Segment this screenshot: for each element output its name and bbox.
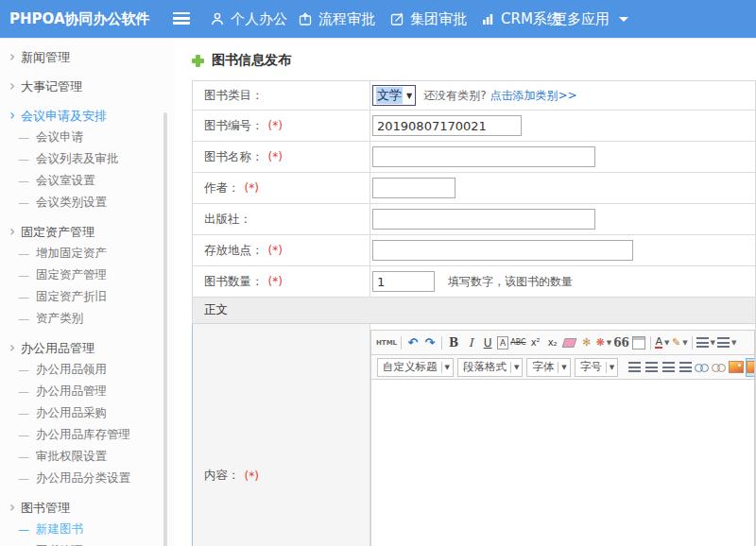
sidebar-scrollbar[interactable] xyxy=(163,112,167,546)
topmenu-more-apps[interactable]: 更多应用 xyxy=(553,0,628,38)
font-border-button[interactable]: A xyxy=(497,336,508,350)
topmenu-crm[interactable]: CRM系统 xyxy=(480,0,561,38)
sidebar-item-supplies-claim[interactable]: 办公用品领用 xyxy=(0,359,175,381)
location-input[interactable] xyxy=(372,240,633,261)
sidebar-item-supplies-category[interactable]: 办公用品分类设置 xyxy=(0,468,175,489)
sidebar-item-label: 办公用品领用 xyxy=(36,362,107,378)
font-color-button[interactable]: A▼ xyxy=(655,334,670,351)
bold-button[interactable]: B xyxy=(446,334,461,351)
required-mark: (*) xyxy=(268,275,283,288)
strikethrough-button[interactable]: ABC xyxy=(510,334,525,351)
quantity-input[interactable] xyxy=(372,271,435,292)
align-right-button[interactable] xyxy=(661,359,676,376)
italic-button[interactable]: I xyxy=(463,334,478,351)
custom-title-select[interactable]: 自定义标题 ▼ xyxy=(377,358,454,377)
sidebar-item-label: 会议类别设置 xyxy=(36,195,107,211)
insert-map-button[interactable] xyxy=(746,358,754,377)
form-row-publisher: 出版社： xyxy=(193,204,755,235)
sidebar-item-asset-manage[interactable]: 固定资产管理 xyxy=(0,264,175,286)
eraser-button[interactable] xyxy=(562,334,577,351)
paste-button[interactable] xyxy=(631,334,646,351)
select-caret-icon: ▼ xyxy=(558,362,569,373)
sidebar-item-book-manage[interactable]: 图书管理 xyxy=(0,540,175,546)
add-category-link[interactable]: 点击添加类别>> xyxy=(490,88,577,104)
align-justify-button[interactable] xyxy=(678,359,693,376)
sidebar-item-label: 办公用品采购 xyxy=(36,405,107,421)
unordered-list-icon xyxy=(717,337,730,348)
topmenu-group-approval[interactable]: 集团审批 xyxy=(389,0,467,38)
insert-link-button[interactable] xyxy=(695,359,710,376)
unordered-list-button[interactable]: ▼ xyxy=(717,334,736,351)
map-image-icon xyxy=(747,361,754,373)
sidebar-item-meeting-category[interactable]: 会议类别设置 xyxy=(0,192,175,213)
align-left-button[interactable] xyxy=(627,359,642,376)
author-input[interactable] xyxy=(372,178,455,198)
remove-link-button[interactable] xyxy=(712,359,727,376)
sidebar-item-add-asset[interactable]: 增加固定资产 xyxy=(0,243,175,264)
ordered-list-icon xyxy=(696,337,709,348)
sidebar-item-supplies-inventory[interactable]: 办公用品库存管理 xyxy=(0,424,175,446)
sidebar-item-supplies-manage[interactable]: 办公用品管理 xyxy=(0,381,175,402)
underline-button[interactable]: U xyxy=(480,334,495,351)
dash-icon xyxy=(18,269,29,282)
paste-icon xyxy=(632,336,645,350)
format-clear-button[interactable]: ✻ xyxy=(579,334,594,351)
sidebar-group-fixed-assets[interactable]: 固定资产管理 xyxy=(0,221,175,243)
sidebar-item-label: 新建图书 xyxy=(36,521,83,537)
hamburger-menu-icon[interactable] xyxy=(173,12,190,25)
blockquote-button[interactable]: 66 xyxy=(613,334,629,351)
book-number-input[interactable] xyxy=(372,115,522,136)
auto-typeset-button[interactable]: ❋▼ xyxy=(596,334,612,351)
insert-image-button[interactable] xyxy=(729,359,744,376)
highlight-button[interactable]: ✎▼ xyxy=(672,334,688,351)
sidebar-item-label: 增加固定资产 xyxy=(36,246,107,262)
sidebar-item-meeting-room[interactable]: 会议室设置 xyxy=(0,170,175,192)
chart-icon xyxy=(480,11,495,26)
book-name-input[interactable] xyxy=(372,146,595,167)
toolbar-separator xyxy=(401,336,402,350)
sidebar-item-asset-category[interactable]: 资产类别 xyxy=(0,308,175,330)
sidebar: 新闻管理 大事记管理 会议申请及安排 会议申请 会议列表及审批 会议室设置 会议… xyxy=(0,38,175,546)
eraser-icon xyxy=(562,338,577,348)
select-label: 字体 xyxy=(532,360,554,374)
ordered-list-button[interactable]: ▼ xyxy=(696,334,715,351)
source-code-button[interactable]: HTML xyxy=(376,334,397,351)
sidebar-group-books[interactable]: 图书管理 xyxy=(0,497,175,519)
font-family-select[interactable]: 字体 ▼ xyxy=(526,358,570,377)
section-header-body: 正文 xyxy=(193,298,755,324)
publisher-input[interactable] xyxy=(372,209,595,230)
chevron-right-icon xyxy=(9,79,21,94)
category-select[interactable]: 文学 ▼ xyxy=(372,85,416,106)
editor-canvas[interactable] xyxy=(371,380,754,546)
sidebar-group-meeting[interactable]: 会议申请及安排 xyxy=(0,105,175,127)
field-label: 图书数量： xyxy=(204,274,264,290)
caret-down-icon xyxy=(619,17,628,22)
align-center-button[interactable] xyxy=(644,359,659,376)
category-selected-value: 文学 xyxy=(376,87,403,104)
required-mark: (*) xyxy=(245,181,259,195)
dash-icon xyxy=(18,291,29,304)
redo-button[interactable]: ↷ xyxy=(422,334,438,351)
sidebar-item-label: 资产类别 xyxy=(36,311,83,327)
sidebar-item-meeting-apply[interactable]: 会议申请 xyxy=(0,127,175,148)
subscript-button[interactable]: x₂ xyxy=(545,334,560,351)
sidebar-item-new-book[interactable]: 新建图书 xyxy=(0,519,175,540)
required-mark: (*) xyxy=(268,119,283,132)
sidebar-item-label: 办公用品库存管理 xyxy=(36,427,130,443)
sidebar-item-supplies-purchase[interactable]: 办公用品采购 xyxy=(0,402,175,424)
sidebar-group-news[interactable]: 新闻管理 xyxy=(0,46,175,68)
paragraph-format-select[interactable]: 段落格式 ▼ xyxy=(457,358,523,377)
sidebar-item-approval-permission[interactable]: 审批权限设置 xyxy=(0,446,175,468)
undo-button[interactable]: ↶ xyxy=(405,334,421,351)
sidebar-group-memorabilia[interactable]: 大事记管理 xyxy=(0,76,175,97)
form-row-content: 内容： (*) HTML ↶ ↷ B I U A xyxy=(192,324,755,546)
font-size-select[interactable]: 字号 ▼ xyxy=(575,358,618,377)
sidebar-group-label: 新闻管理 xyxy=(21,49,70,66)
topmenu-workflow-approval[interactable]: 流程审批 xyxy=(298,0,375,38)
sidebar-group-office-supplies[interactable]: 办公用品管理 xyxy=(0,337,175,359)
sidebar-item-asset-depreciation[interactable]: 固定资产折旧 xyxy=(0,286,175,308)
sidebar-item-meeting-list[interactable]: 会议列表及审批 xyxy=(0,148,175,170)
topmenu-personal-office[interactable]: 个人办公 xyxy=(210,0,287,38)
chevron-right-icon xyxy=(9,225,21,239)
superscript-button[interactable]: x² xyxy=(528,334,543,351)
